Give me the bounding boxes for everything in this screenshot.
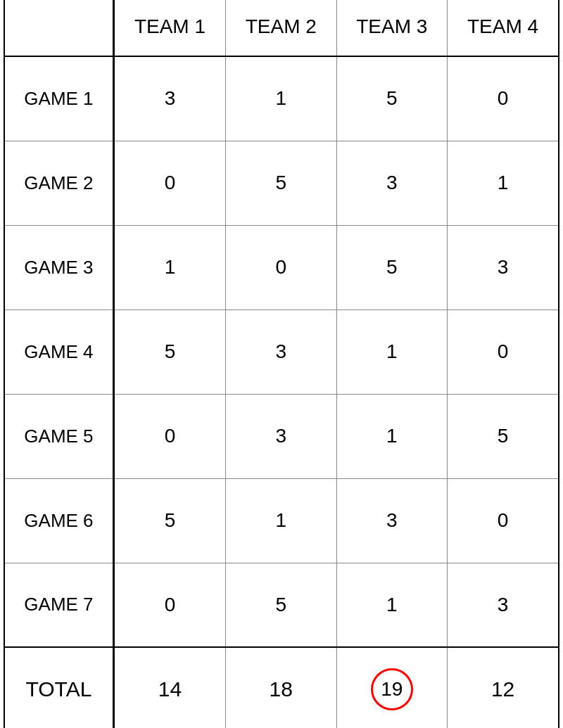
scoreboard-table: TEAM 1 TEAM 2 TEAM 3 TEAM 4 GAME 13150GA… [4,0,559,728]
game7-team1-score: 0 [113,563,225,647]
game6-team2-score: 1 [226,478,337,563]
game2-team3-score: 3 [336,141,448,225]
game5-team1-score: 0 [113,394,225,478]
game-row: GAME 31053 [4,225,559,309]
game-label-4: GAME 4 [4,309,113,394]
game3-team4-score: 3 [448,225,559,309]
total-label: TOTAL [4,647,113,728]
game3-team3-score: 5 [336,225,448,309]
game6-team4-score: 0 [448,478,559,563]
game-label-2: GAME 2 [4,141,113,225]
game-row: GAME 45310 [4,309,559,394]
game2-team4-score: 1 [448,141,559,225]
total-team2: 18 [226,647,337,728]
total-team3: 19 [336,647,448,728]
game7-team2-score: 5 [226,563,337,647]
highlighted-score: 19 [371,668,413,710]
header-team1: TEAM 1 [113,0,225,56]
game4-team2-score: 3 [226,309,337,394]
game1-team3-score: 5 [336,56,448,141]
game7-team3-score: 1 [336,563,448,647]
game4-team4-score: 0 [448,309,559,394]
game-row: GAME 50315 [4,394,559,478]
game-label-5: GAME 5 [4,394,113,478]
game7-team4-score: 3 [448,563,559,647]
scoreboard-container: TEAM 1 TEAM 2 TEAM 3 TEAM 4 GAME 13150GA… [0,0,563,728]
game3-team2-score: 0 [226,225,337,309]
game4-team3-score: 1 [336,309,448,394]
game-row: GAME 20531 [4,141,559,225]
total-team1: 14 [113,647,225,728]
game6-team1-score: 5 [113,478,225,563]
total-team4: 12 [448,647,559,728]
game-label-3: GAME 3 [4,225,113,309]
game5-team4-score: 5 [448,394,559,478]
game2-team1-score: 0 [113,141,225,225]
game1-team2-score: 1 [226,56,337,141]
game-row: GAME 13150 [4,56,559,141]
header-team4: TEAM 4 [448,0,559,56]
game4-team1-score: 5 [113,309,225,394]
header-team2: TEAM 2 [226,0,337,56]
game-row: GAME 65130 [4,478,559,563]
game-label-1: GAME 1 [4,56,113,141]
total-row: TOTAL14181912 [4,647,559,728]
game5-team2-score: 3 [226,394,337,478]
game3-team1-score: 1 [113,225,225,309]
game1-team4-score: 0 [448,56,559,141]
game-label-7: GAME 7 [4,563,113,647]
game-label-6: GAME 6 [4,478,113,563]
game6-team3-score: 3 [336,478,448,563]
game2-team2-score: 5 [226,141,337,225]
header-team3: TEAM 3 [336,0,448,56]
game5-team3-score: 1 [336,394,448,478]
game-row: GAME 70513 [4,563,559,647]
corner-cell [4,0,113,56]
game1-team1-score: 3 [113,56,225,141]
